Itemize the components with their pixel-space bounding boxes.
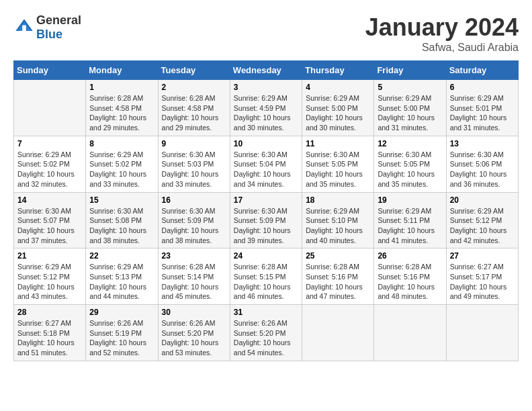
calendar-cell: 26Sunrise: 6:28 AM Sunset: 5:16 PM Dayli…: [374, 248, 446, 305]
calendar-cell: 10Sunrise: 6:30 AM Sunset: 5:04 PM Dayli…: [230, 136, 302, 192]
day-info: Sunrise: 6:28 AM Sunset: 5:15 PM Dayligh…: [234, 262, 298, 302]
day-info: Sunrise: 6:27 AM Sunset: 5:17 PM Dayligh…: [450, 262, 515, 302]
day-number: 23: [162, 251, 226, 261]
day-info: Sunrise: 6:29 AM Sunset: 5:11 PM Dayligh…: [378, 206, 442, 246]
calendar-cell: [446, 305, 518, 361]
calendar-cell: 21Sunrise: 6:29 AM Sunset: 5:12 PM Dayli…: [14, 248, 86, 305]
day-info: Sunrise: 6:29 AM Sunset: 4:59 PM Dayligh…: [234, 93, 298, 133]
calendar-week-row: 28Sunrise: 6:27 AM Sunset: 5:18 PM Dayli…: [14, 305, 519, 361]
day-info: Sunrise: 6:29 AM Sunset: 5:02 PM Dayligh…: [17, 150, 82, 189]
day-header-saturday: Saturday: [446, 61, 518, 80]
day-number: 31: [234, 308, 298, 317]
calendar-week-row: 14Sunrise: 6:30 AM Sunset: 5:07 PM Dayli…: [14, 192, 519, 248]
calendar-cell: 23Sunrise: 6:28 AM Sunset: 5:14 PM Dayli…: [158, 248, 230, 305]
day-number: 18: [306, 195, 370, 205]
day-number: 13: [450, 139, 515, 148]
day-info: Sunrise: 6:30 AM Sunset: 5:09 PM Dayligh…: [162, 206, 226, 246]
day-info: Sunrise: 6:30 AM Sunset: 5:05 PM Dayligh…: [306, 150, 370, 189]
page-header: General Blue January 2024 Safwa, Saudi A…: [13, 13, 519, 54]
calendar-cell: 19Sunrise: 6:29 AM Sunset: 5:11 PM Dayli…: [374, 192, 446, 248]
day-number: 17: [234, 195, 298, 205]
calendar-cell: 25Sunrise: 6:28 AM Sunset: 5:16 PM Dayli…: [302, 248, 374, 305]
calendar-cell: 29Sunrise: 6:26 AM Sunset: 5:19 PM Dayli…: [86, 305, 158, 361]
day-number: 15: [89, 195, 154, 205]
day-info: Sunrise: 6:29 AM Sunset: 5:01 PM Dayligh…: [450, 93, 515, 133]
day-info: Sunrise: 6:28 AM Sunset: 4:58 PM Dayligh…: [162, 93, 226, 133]
day-info: Sunrise: 6:27 AM Sunset: 5:18 PM Dayligh…: [17, 318, 82, 358]
calendar-cell: 24Sunrise: 6:28 AM Sunset: 5:15 PM Dayli…: [230, 248, 302, 305]
calendar-cell: 5Sunrise: 6:29 AM Sunset: 5:00 PM Daylig…: [374, 80, 446, 136]
day-number: 7: [17, 139, 82, 148]
day-info: Sunrise: 6:29 AM Sunset: 5:00 PM Dayligh…: [306, 93, 370, 133]
day-info: Sunrise: 6:28 AM Sunset: 5:16 PM Dayligh…: [306, 262, 370, 302]
month-year-title: January 2024: [365, 13, 519, 42]
day-info: Sunrise: 6:30 AM Sunset: 5:03 PM Dayligh…: [162, 150, 226, 189]
logo: General Blue: [13, 13, 81, 41]
day-number: 29: [89, 308, 154, 317]
calendar-cell: 17Sunrise: 6:30 AM Sunset: 5:09 PM Dayli…: [230, 192, 302, 248]
calendar-cell: 12Sunrise: 6:30 AM Sunset: 5:05 PM Dayli…: [374, 136, 446, 192]
day-number: 27: [450, 251, 515, 261]
calendar-table: SundayMondayTuesdayWednesdayThursdayFrid…: [13, 60, 519, 361]
calendar-cell: 13Sunrise: 6:30 AM Sunset: 5:06 PM Dayli…: [446, 136, 518, 192]
day-info: Sunrise: 6:30 AM Sunset: 5:06 PM Dayligh…: [450, 150, 515, 189]
day-header-friday: Friday: [374, 61, 446, 80]
calendar-cell: 22Sunrise: 6:29 AM Sunset: 5:13 PM Dayli…: [86, 248, 158, 305]
day-info: Sunrise: 6:30 AM Sunset: 5:04 PM Dayligh…: [234, 150, 298, 189]
day-number: 19: [378, 195, 442, 205]
day-number: 3: [234, 83, 298, 92]
day-info: Sunrise: 6:28 AM Sunset: 5:14 PM Dayligh…: [162, 262, 226, 302]
day-number: 12: [378, 139, 442, 148]
day-info: Sunrise: 6:30 AM Sunset: 5:08 PM Dayligh…: [89, 206, 154, 246]
day-header-wednesday: Wednesday: [230, 61, 302, 80]
day-number: 1: [89, 83, 154, 92]
calendar-cell: 6Sunrise: 6:29 AM Sunset: 5:01 PM Daylig…: [446, 80, 518, 136]
calendar-cell: [14, 80, 86, 136]
day-info: Sunrise: 6:29 AM Sunset: 5:00 PM Dayligh…: [378, 93, 442, 133]
calendar-cell: 11Sunrise: 6:30 AM Sunset: 5:05 PM Dayli…: [302, 136, 374, 192]
day-header-sunday: Sunday: [14, 61, 86, 80]
day-number: 10: [234, 139, 298, 148]
day-number: 14: [17, 195, 82, 205]
day-info: Sunrise: 6:29 AM Sunset: 5:12 PM Dayligh…: [450, 206, 515, 246]
calendar-cell: 14Sunrise: 6:30 AM Sunset: 5:07 PM Dayli…: [14, 192, 86, 248]
day-info: Sunrise: 6:30 AM Sunset: 5:07 PM Dayligh…: [17, 206, 82, 246]
day-number: 5: [378, 83, 442, 92]
day-info: Sunrise: 6:30 AM Sunset: 5:05 PM Dayligh…: [378, 150, 442, 189]
day-header-tuesday: Tuesday: [158, 61, 230, 80]
calendar-cell: 15Sunrise: 6:30 AM Sunset: 5:08 PM Dayli…: [86, 192, 158, 248]
calendar-cell: 1Sunrise: 6:28 AM Sunset: 4:58 PM Daylig…: [86, 80, 158, 136]
day-number: 2: [162, 83, 226, 92]
calendar-cell: 27Sunrise: 6:27 AM Sunset: 5:17 PM Dayli…: [446, 248, 518, 305]
calendar-cell: 31Sunrise: 6:26 AM Sunset: 5:20 PM Dayli…: [230, 305, 302, 361]
calendar-cell: 3Sunrise: 6:29 AM Sunset: 4:59 PM Daylig…: [230, 80, 302, 136]
logo-icon: [15, 17, 34, 36]
day-number: 16: [162, 195, 226, 205]
calendar-cell: 8Sunrise: 6:29 AM Sunset: 5:02 PM Daylig…: [86, 136, 158, 192]
calendar-cell: 28Sunrise: 6:27 AM Sunset: 5:18 PM Dayli…: [14, 305, 86, 361]
day-number: 28: [17, 308, 82, 317]
day-number: 6: [450, 83, 515, 92]
day-info: Sunrise: 6:26 AM Sunset: 5:19 PM Dayligh…: [89, 318, 154, 358]
logo-general: General: [36, 13, 81, 27]
day-number: 30: [162, 308, 226, 317]
calendar-cell: 18Sunrise: 6:29 AM Sunset: 5:10 PM Dayli…: [302, 192, 374, 248]
title-block: January 2024 Safwa, Saudi Arabia: [365, 13, 519, 54]
day-info: Sunrise: 6:29 AM Sunset: 5:12 PM Dayligh…: [17, 262, 82, 302]
day-number: 11: [306, 139, 370, 148]
calendar-cell: [302, 305, 374, 361]
calendar-cell: 30Sunrise: 6:26 AM Sunset: 5:20 PM Dayli…: [158, 305, 230, 361]
day-header-monday: Monday: [86, 61, 158, 80]
day-info: Sunrise: 6:28 AM Sunset: 4:58 PM Dayligh…: [89, 93, 154, 133]
calendar-cell: 7Sunrise: 6:29 AM Sunset: 5:02 PM Daylig…: [14, 136, 86, 192]
calendar-header-row: SundayMondayTuesdayWednesdayThursdayFrid…: [14, 61, 519, 80]
day-info: Sunrise: 6:28 AM Sunset: 5:16 PM Dayligh…: [378, 262, 442, 302]
calendar-cell: [374, 305, 446, 361]
day-number: 8: [89, 139, 154, 148]
day-number: 20: [450, 195, 515, 205]
day-number: 24: [234, 251, 298, 261]
day-number: 25: [306, 251, 370, 261]
calendar-cell: 4Sunrise: 6:29 AM Sunset: 5:00 PM Daylig…: [302, 80, 374, 136]
calendar-week-row: 7Sunrise: 6:29 AM Sunset: 5:02 PM Daylig…: [14, 136, 519, 192]
svg-rect-2: [22, 25, 26, 30]
